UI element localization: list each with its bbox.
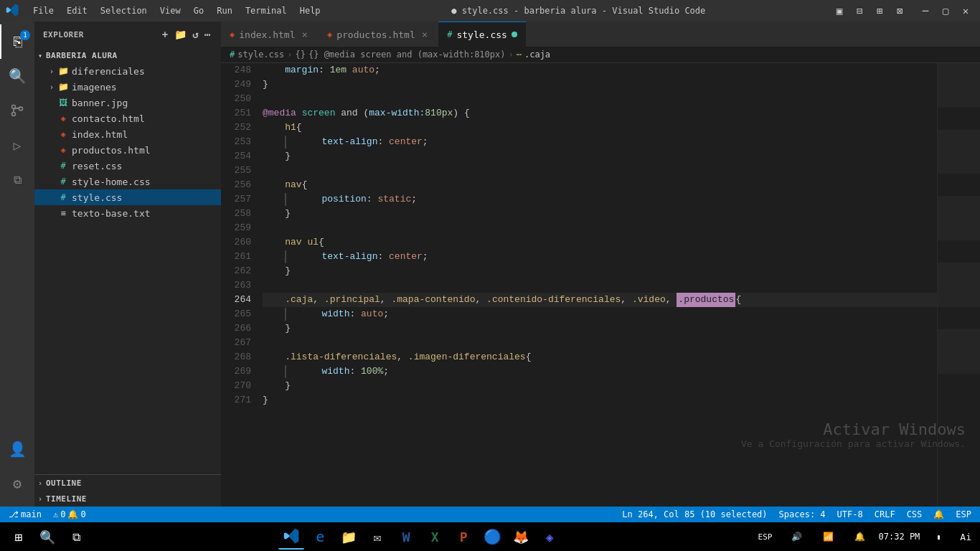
breadcrumb-file[interactable]: style.css	[237, 50, 284, 60]
new-file-icon[interactable]: +	[161, 27, 170, 42]
sidebar-item-banner[interactable]: › 🖼 banner.jpg	[34, 95, 221, 110]
titlebar-menu: File Edit Selection View Go Run Terminal…	[27, 4, 326, 17]
sidebar-item-style-home[interactable]: › # style-home.css	[34, 174, 221, 189]
volume-button[interactable]: 🔊	[784, 524, 810, 550]
collapse-icon[interactable]: ⋯	[203, 27, 212, 42]
activity-source-control[interactable]	[0, 93, 34, 128]
layout3-icon[interactable]: ⊞	[871, 2, 888, 19]
layout-icon[interactable]: ▣	[831, 2, 848, 19]
start-icon: ⊞	[15, 529, 23, 545]
language-button[interactable]: ESP	[753, 524, 778, 550]
show-desktop-button[interactable]: ▮	[925, 524, 951, 550]
settings-icon: ⚙	[13, 475, 22, 492]
account-icon: 👤	[9, 441, 27, 458]
activity-explorer[interactable]: ⎘ 1	[0, 24, 34, 59]
code-line-268: .lista-diferenciales, .imagen-diferencia…	[263, 350, 937, 364]
sidebar-item-reset-css[interactable]: › # reset.css	[34, 158, 221, 174]
html-tab-icon: ◈	[230, 29, 235, 39]
sidebar-item-style-css[interactable]: › # style.css	[34, 189, 221, 205]
taskbar-mail[interactable]: ✉	[364, 524, 390, 550]
line-num-259: 259	[221, 221, 251, 235]
sidebar-item-index[interactable]: › ◈ index.html	[34, 126, 221, 142]
code-line-261: text-align: center;	[263, 250, 937, 264]
tab-close-button[interactable]: ×	[420, 28, 430, 41]
status-locale[interactable]: ESP	[953, 509, 974, 519]
taskbar-vscode[interactable]	[278, 524, 304, 550]
status-eol[interactable]: CRLF	[872, 509, 898, 519]
status-spaces[interactable]: Spaces: 4	[776, 509, 829, 519]
activity-account[interactable]: 👤	[0, 432, 34, 466]
excel-icon: X	[431, 529, 439, 545]
taskbar-powerpoint[interactable]: P	[451, 524, 476, 550]
start-button[interactable]: ⊞	[6, 524, 32, 550]
sidebar-item-diferenciales[interactable]: › 📁 diferenciales	[34, 63, 221, 79]
sidebar-item-contacto[interactable]: › ◈ contacto.html	[34, 110, 221, 126]
sidebar-item-productos[interactable]: › ◈ productos.html	[34, 142, 221, 158]
tab-close-button[interactable]: ×	[300, 28, 310, 41]
breadcrumb-selector[interactable]: .caja	[524, 50, 550, 60]
layout2-icon[interactable]: ⊟	[851, 2, 868, 19]
run-icon: ▷	[14, 138, 22, 153]
network-button[interactable]: 📶	[816, 524, 842, 550]
notification-button[interactable]: 🔔	[847, 524, 873, 550]
tab-index-html[interactable]: ◈ index.html ×	[221, 22, 319, 47]
menu-go[interactable]: Go	[188, 4, 209, 17]
outline-section[interactable]: › OUTLINE	[34, 475, 221, 491]
menu-file[interactable]: File	[27, 4, 60, 17]
sidebar-item-texto-base[interactable]: › ≡ texto-base.txt	[34, 205, 221, 221]
line-num-270: 270	[221, 379, 251, 393]
breadcrumb-css-icon: #	[230, 50, 235, 60]
outline-label: OUTLINE	[46, 479, 82, 488]
code-editor[interactable]: 248 249 250 251 252 253 254 255 256 257 …	[221, 63, 937, 507]
minimize-button[interactable]: ─	[917, 2, 934, 19]
taskbar-vscode2[interactable]: ◈	[537, 524, 562, 550]
minimap[interactable]	[937, 63, 980, 507]
sidebar: Explorer + 📁 ↺ ⋯ ▾ BARBERIA ALURA › 📁 di…	[34, 22, 221, 507]
taskbar-edge[interactable]: e	[307, 524, 333, 550]
status-position[interactable]: Ln 264, Col 85 (10 selected)	[619, 509, 770, 519]
menu-selection[interactable]: Selection	[95, 4, 153, 17]
task-view-button[interactable]: ⧉	[63, 524, 89, 550]
layout4-icon[interactable]: ⊠	[891, 2, 908, 19]
warning-count: 0	[80, 509, 85, 519]
taskbar-firefox[interactable]: 🦊	[508, 524, 534, 550]
system-time[interactable]: 07:32 PM	[879, 531, 920, 543]
timeline-section[interactable]: › TIMELINE	[34, 491, 221, 507]
taskbar-file-explorer[interactable]: 📁	[336, 524, 362, 550]
menu-edit[interactable]: Edit	[61, 4, 93, 17]
edge-icon: e	[316, 528, 324, 545]
restore-button[interactable]: ▢	[937, 2, 954, 19]
taskbar-excel[interactable]: X	[422, 524, 448, 550]
new-folder-icon[interactable]: 📁	[173, 27, 189, 42]
menu-terminal[interactable]: Terminal	[240, 4, 293, 17]
taskbar-word[interactable]: W	[393, 524, 419, 550]
line-num-265: 265	[221, 307, 251, 321]
status-encoding[interactable]: UTF-8	[834, 509, 866, 519]
status-notification[interactable]: 🔔	[930, 509, 947, 519]
line-num-258: 258	[221, 207, 251, 221]
file-label: productos.html	[72, 145, 151, 156]
taskbar-chrome[interactable]: 🔵	[479, 524, 505, 550]
menu-view[interactable]: View	[154, 4, 187, 17]
menu-run[interactable]: Run	[211, 4, 238, 17]
activity-search[interactable]: 🔍	[0, 59, 34, 93]
status-errors[interactable]: ⚠ 0 🔔 0	[50, 509, 89, 519]
activity-run-debug[interactable]: ▷	[0, 128, 34, 162]
tab-productos-html[interactable]: ◈ productos.html ×	[319, 22, 438, 47]
mail-icon: ✉	[374, 529, 382, 545]
tree-root[interactable]: ▾ BARBERIA ALURA	[34, 47, 221, 63]
sidebar-item-imagenes[interactable]: › 📁 imagenes	[34, 79, 221, 95]
breadcrumb-media[interactable]: {} @media screen and (max-width:810px)	[308, 50, 506, 60]
refresh-icon[interactable]: ↺	[191, 27, 200, 42]
search-button[interactable]: 🔍	[34, 524, 60, 550]
menu-help[interactable]: Help	[294, 4, 326, 17]
code-content[interactable]: margin: 1em auto; } @media screen and (m…	[257, 63, 937, 507]
status-lang[interactable]: CSS	[904, 509, 925, 519]
tab-style-css[interactable]: # style.css	[438, 22, 526, 47]
activity-extensions[interactable]: ⧉	[0, 162, 34, 197]
status-branch[interactable]: ⎇ main	[6, 509, 44, 519]
close-button[interactable]: ✕	[957, 2, 974, 19]
activity-settings[interactable]: ⚙	[0, 466, 34, 501]
code-line-271: }	[263, 393, 937, 408]
ai-button[interactable]: Ai	[957, 530, 974, 544]
